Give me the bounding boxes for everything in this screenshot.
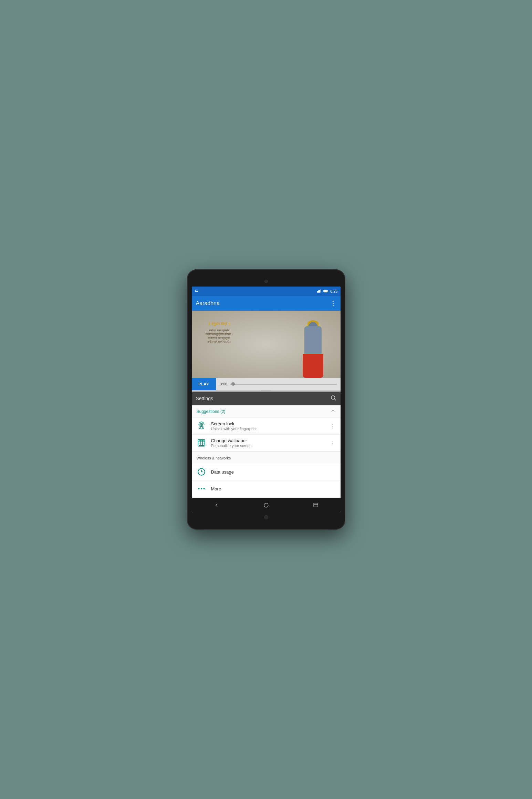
change-wallpaper-text: Change wallpaper Personalize your screen xyxy=(211,438,325,448)
change-wallpaper-title: Change wallpaper xyxy=(211,438,325,443)
robe xyxy=(303,354,323,378)
svg-rect-2 xyxy=(317,291,318,293)
settings-toolbar-title: Settings xyxy=(196,396,213,401)
fingerprint-icon xyxy=(197,421,206,431)
screen-lock-title: Screen lock xyxy=(211,421,325,426)
svg-rect-25 xyxy=(314,503,318,507)
svg-rect-8 xyxy=(328,291,328,292)
svg-point-22 xyxy=(200,488,202,489)
data-usage-text: Data usage xyxy=(211,469,336,475)
more-title: More xyxy=(211,486,336,491)
screen-lock-subtitle: Unlock with your fingerprint xyxy=(211,427,325,431)
play-bar: PLAY 0:00 xyxy=(192,378,341,390)
status-bar-left xyxy=(195,289,199,294)
more-text: More xyxy=(211,486,336,491)
tablet-device: LTE 6:25 Aaradhna ⋮ xyxy=(187,269,345,530)
app-toolbar: Aaradhna ⋮ xyxy=(192,296,341,311)
nav-bar xyxy=(192,498,341,512)
wireless-section-header: Wireless & networks xyxy=(192,452,341,464)
data-usage-item[interactable]: Data usage xyxy=(192,464,341,480)
screen-lock-item[interactable]: Screen lock Unlock with your fingerprint… xyxy=(192,418,341,435)
toolbar-more-button[interactable]: ⋮ xyxy=(330,300,336,307)
data-usage-icon xyxy=(197,467,206,477)
app-title: Aaradhna xyxy=(196,300,220,307)
status-bar-right: LTE 6:25 xyxy=(317,289,337,293)
notification-icon xyxy=(195,289,199,294)
screen-lock-more-button[interactable]: ⋮ xyxy=(330,423,336,429)
collapse-icon[interactable] xyxy=(330,408,336,415)
svg-rect-3 xyxy=(318,290,319,292)
play-time: 0:00 xyxy=(220,382,227,386)
wireless-section-label: Wireless & networks xyxy=(197,456,231,460)
change-wallpaper-subtitle: Personalize your screen xyxy=(211,444,325,448)
sanskrit-title: ॥ हनुमान मंत्र ॥ xyxy=(199,321,240,327)
svg-point-23 xyxy=(203,488,205,489)
change-wallpaper-more-button[interactable]: ⋮ xyxy=(330,440,336,446)
wallpaper-icon xyxy=(197,438,206,448)
play-slider[interactable] xyxy=(230,384,337,385)
more-item[interactable]: More xyxy=(192,480,341,497)
battery-icon xyxy=(323,289,329,293)
svg-point-21 xyxy=(198,488,199,489)
screen-lock-text: Screen lock Unlock with your fingerprint xyxy=(211,421,325,431)
svg-line-11 xyxy=(334,399,336,400)
bottom-indicator xyxy=(264,515,268,519)
back-button[interactable] xyxy=(210,498,223,512)
svg-point-10 xyxy=(331,396,335,400)
more-horiz-icon xyxy=(197,484,206,494)
search-button[interactable] xyxy=(330,395,336,402)
play-button[interactable]: PLAY xyxy=(192,378,216,390)
status-bar: LTE 6:25 xyxy=(192,287,341,296)
video-area: ॥ हनुमान मंत्र ॥ मनोजवं मारुततुल्यवेगं ज… xyxy=(192,311,341,378)
sanskrit-overlay: ॥ हनुमान मंत्र ॥ मनोजवं मारुततुल्यवेगं ज… xyxy=(199,321,240,344)
svg-rect-4 xyxy=(319,290,320,293)
home-button[interactable] xyxy=(259,498,273,512)
change-wallpaper-item[interactable]: Change wallpaper Personalize your screen… xyxy=(192,435,341,452)
svg-rect-13 xyxy=(199,440,204,445)
suggestions-header: Suggestions (2) xyxy=(192,405,341,418)
data-usage-title: Data usage xyxy=(211,469,336,475)
recents-button[interactable] xyxy=(309,498,323,512)
status-time: 6:25 xyxy=(330,289,337,293)
sanskrit-verse: मनोजवं मारुततुल्यवेगं जितेन्द्रियं बुद्ध… xyxy=(199,329,240,344)
play-thumb xyxy=(231,382,235,386)
settings-toolbar: Settings xyxy=(192,392,341,405)
svg-point-24 xyxy=(264,503,268,507)
signal-icon: LTE xyxy=(317,289,322,293)
hanuman-figure xyxy=(296,319,330,378)
drag-line xyxy=(261,391,271,391)
suggestions-label: Suggestions (2) xyxy=(197,409,226,414)
screen: LTE 6:25 Aaradhna ⋮ xyxy=(192,287,341,512)
svg-rect-9 xyxy=(324,290,327,292)
svg-rect-12 xyxy=(198,439,205,446)
front-camera xyxy=(264,280,268,283)
svg-rect-1 xyxy=(196,290,198,291)
svg-text:LTE: LTE xyxy=(321,290,322,292)
